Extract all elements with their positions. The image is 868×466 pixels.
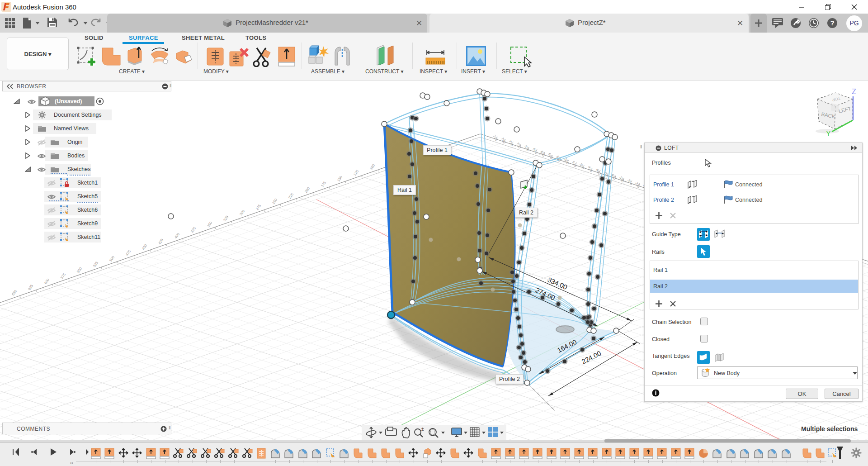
- svg-text:Z: Z: [852, 88, 856, 95]
- svg-text:Y: Y: [826, 130, 831, 138]
- svg-text:±: ±: [421, 427, 424, 432]
- svg-text:?: ?: [830, 19, 834, 27]
